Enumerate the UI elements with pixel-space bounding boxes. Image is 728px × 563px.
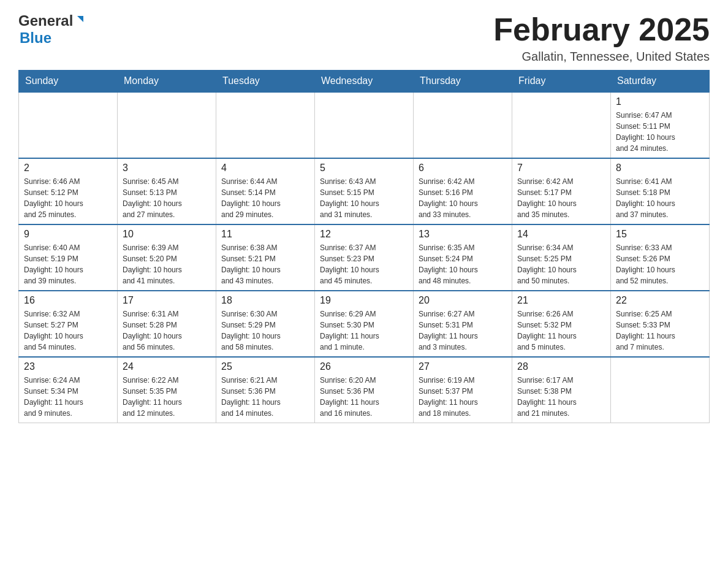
day-number: 22 xyxy=(616,295,704,306)
day-number: 8 xyxy=(616,163,704,174)
calendar-header-row: SundayMondayTuesdayWednesdayThursdayFrid… xyxy=(19,71,710,93)
day-info: Sunrise: 6:42 AMSunset: 5:17 PMDaylight:… xyxy=(517,176,605,220)
calendar-week-row: 16Sunrise: 6:32 AMSunset: 5:27 PMDayligh… xyxy=(19,291,710,357)
day-info: Sunrise: 6:32 AMSunset: 5:27 PMDaylight:… xyxy=(24,308,112,353)
calendar-cell: 28Sunrise: 6:17 AMSunset: 5:38 PMDayligh… xyxy=(512,357,611,423)
day-info: Sunrise: 6:34 AMSunset: 5:25 PMDaylight:… xyxy=(517,242,605,286)
day-number: 21 xyxy=(517,295,605,306)
calendar-day-header: Tuesday xyxy=(216,71,315,93)
logo: General Blue xyxy=(18,12,86,47)
month-title: February 2025 xyxy=(493,12,710,47)
day-info: Sunrise: 6:30 AMSunset: 5:29 PMDaylight:… xyxy=(221,308,309,353)
day-number: 1 xyxy=(616,96,704,107)
calendar-cell: 24Sunrise: 6:22 AMSunset: 5:35 PMDayligh… xyxy=(118,357,216,423)
calendar-cell: 3Sunrise: 6:45 AMSunset: 5:13 PMDaylight… xyxy=(118,158,216,224)
day-info: Sunrise: 6:29 AMSunset: 5:30 PMDaylight:… xyxy=(320,308,408,353)
day-info: Sunrise: 6:37 AMSunset: 5:23 PMDaylight:… xyxy=(320,242,408,286)
calendar-cell xyxy=(512,92,611,158)
day-number: 9 xyxy=(24,229,112,240)
day-info: Sunrise: 6:47 AMSunset: 5:11 PMDaylight:… xyxy=(616,110,704,154)
calendar-week-row: 9Sunrise: 6:40 AMSunset: 5:19 PMDaylight… xyxy=(19,224,710,291)
day-number: 6 xyxy=(419,163,507,174)
day-info: Sunrise: 6:43 AMSunset: 5:15 PMDaylight:… xyxy=(320,176,408,220)
day-info: Sunrise: 6:19 AMSunset: 5:37 PMDaylight:… xyxy=(419,375,507,419)
day-number: 26 xyxy=(320,361,408,372)
day-number: 4 xyxy=(221,163,309,174)
day-number: 18 xyxy=(221,295,309,306)
calendar-day-header: Monday xyxy=(118,71,216,93)
svg-marker-0 xyxy=(77,16,83,22)
calendar-cell: 9Sunrise: 6:40 AMSunset: 5:19 PMDaylight… xyxy=(19,224,118,291)
day-info: Sunrise: 6:17 AMSunset: 5:38 PMDaylight:… xyxy=(517,375,605,419)
calendar-table: SundayMondayTuesdayWednesdayThursdayFrid… xyxy=(18,70,710,423)
day-number: 27 xyxy=(419,361,507,372)
calendar-cell: 27Sunrise: 6:19 AMSunset: 5:37 PMDayligh… xyxy=(414,357,512,423)
day-info: Sunrise: 6:20 AMSunset: 5:36 PMDaylight:… xyxy=(320,375,408,419)
calendar-cell: 4Sunrise: 6:44 AMSunset: 5:14 PMDaylight… xyxy=(216,158,315,224)
day-info: Sunrise: 6:38 AMSunset: 5:21 PMDaylight:… xyxy=(221,242,309,286)
calendar-cell: 11Sunrise: 6:38 AMSunset: 5:21 PMDayligh… xyxy=(216,224,315,291)
day-number: 19 xyxy=(320,295,408,306)
calendar-day-header: Wednesday xyxy=(315,71,414,93)
day-number: 17 xyxy=(123,295,211,306)
day-info: Sunrise: 6:46 AMSunset: 5:12 PMDaylight:… xyxy=(24,176,112,220)
day-info: Sunrise: 6:25 AMSunset: 5:33 PMDaylight:… xyxy=(616,308,704,353)
day-number: 2 xyxy=(24,163,112,174)
day-info: Sunrise: 6:45 AMSunset: 5:13 PMDaylight:… xyxy=(123,176,211,220)
calendar-cell: 17Sunrise: 6:31 AMSunset: 5:28 PMDayligh… xyxy=(118,291,216,357)
logo-blue-text: Blue xyxy=(20,29,51,46)
calendar-cell: 12Sunrise: 6:37 AMSunset: 5:23 PMDayligh… xyxy=(315,224,414,291)
day-info: Sunrise: 6:41 AMSunset: 5:18 PMDaylight:… xyxy=(616,176,704,220)
day-number: 20 xyxy=(419,295,507,306)
calendar-cell: 23Sunrise: 6:24 AMSunset: 5:34 PMDayligh… xyxy=(19,357,118,423)
calendar-cell: 13Sunrise: 6:35 AMSunset: 5:24 PMDayligh… xyxy=(414,224,512,291)
logo-arrow-icon xyxy=(75,15,86,28)
calendar-cell: 6Sunrise: 6:42 AMSunset: 5:16 PMDaylight… xyxy=(414,158,512,224)
page-header: General Blue February 2025 Gallatin, Ten… xyxy=(18,12,710,64)
day-number: 28 xyxy=(517,361,605,372)
day-number: 12 xyxy=(320,229,408,240)
calendar-cell xyxy=(611,357,710,423)
calendar-day-header: Saturday xyxy=(611,71,710,93)
calendar-week-row: 23Sunrise: 6:24 AMSunset: 5:34 PMDayligh… xyxy=(19,357,710,423)
calendar-cell: 20Sunrise: 6:27 AMSunset: 5:31 PMDayligh… xyxy=(414,291,512,357)
logo-general-text: General xyxy=(18,12,73,29)
day-number: 11 xyxy=(221,229,309,240)
day-number: 25 xyxy=(221,361,309,372)
calendar-cell: 7Sunrise: 6:42 AMSunset: 5:17 PMDaylight… xyxy=(512,158,611,224)
calendar-cell: 2Sunrise: 6:46 AMSunset: 5:12 PMDaylight… xyxy=(19,158,118,224)
calendar-cell: 26Sunrise: 6:20 AMSunset: 5:36 PMDayligh… xyxy=(315,357,414,423)
calendar-day-header: Sunday xyxy=(19,71,118,93)
day-info: Sunrise: 6:40 AMSunset: 5:19 PMDaylight:… xyxy=(24,242,112,286)
calendar-week-row: 2Sunrise: 6:46 AMSunset: 5:12 PMDaylight… xyxy=(19,158,710,224)
day-number: 23 xyxy=(24,361,112,372)
day-number: 24 xyxy=(123,361,211,372)
day-info: Sunrise: 6:33 AMSunset: 5:26 PMDaylight:… xyxy=(616,242,704,286)
day-number: 5 xyxy=(320,163,408,174)
day-number: 15 xyxy=(616,229,704,240)
calendar-cell xyxy=(118,92,216,158)
day-info: Sunrise: 6:21 AMSunset: 5:36 PMDaylight:… xyxy=(221,375,309,419)
calendar-day-header: Thursday xyxy=(414,71,512,93)
location-text: Gallatin, Tennessee, United States xyxy=(493,50,710,64)
calendar-cell: 15Sunrise: 6:33 AMSunset: 5:26 PMDayligh… xyxy=(611,224,710,291)
day-info: Sunrise: 6:35 AMSunset: 5:24 PMDaylight:… xyxy=(419,242,507,286)
calendar-cell: 21Sunrise: 6:26 AMSunset: 5:32 PMDayligh… xyxy=(512,291,611,357)
calendar-cell: 18Sunrise: 6:30 AMSunset: 5:29 PMDayligh… xyxy=(216,291,315,357)
calendar-day-header: Friday xyxy=(512,71,611,93)
day-info: Sunrise: 6:22 AMSunset: 5:35 PMDaylight:… xyxy=(123,375,211,419)
calendar-cell: 25Sunrise: 6:21 AMSunset: 5:36 PMDayligh… xyxy=(216,357,315,423)
day-info: Sunrise: 6:27 AMSunset: 5:31 PMDaylight:… xyxy=(419,308,507,353)
day-info: Sunrise: 6:42 AMSunset: 5:16 PMDaylight:… xyxy=(419,176,507,220)
day-number: 14 xyxy=(517,229,605,240)
calendar-cell: 19Sunrise: 6:29 AMSunset: 5:30 PMDayligh… xyxy=(315,291,414,357)
day-number: 7 xyxy=(517,163,605,174)
calendar-week-row: 1Sunrise: 6:47 AMSunset: 5:11 PMDaylight… xyxy=(19,92,710,158)
calendar-cell: 1Sunrise: 6:47 AMSunset: 5:11 PMDaylight… xyxy=(611,92,710,158)
day-info: Sunrise: 6:31 AMSunset: 5:28 PMDaylight:… xyxy=(123,308,211,353)
day-info: Sunrise: 6:39 AMSunset: 5:20 PMDaylight:… xyxy=(123,242,211,286)
day-number: 10 xyxy=(123,229,211,240)
title-section: February 2025 Gallatin, Tennessee, Unite… xyxy=(493,12,710,64)
calendar-cell xyxy=(216,92,315,158)
day-number: 16 xyxy=(24,295,112,306)
